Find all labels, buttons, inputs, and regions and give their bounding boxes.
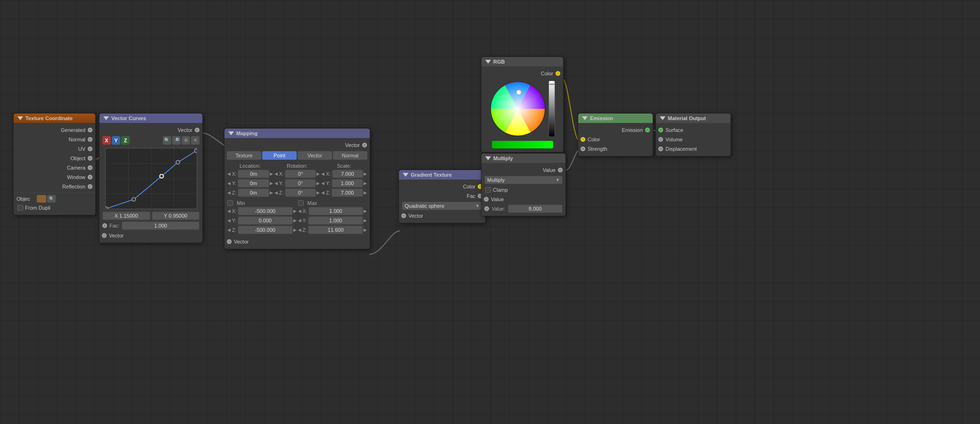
- multiply-value-out-row: Value: [482, 165, 565, 175]
- texture-coordinate-header[interactable]: Texture Coordinate: [14, 114, 95, 123]
- socket-object-out[interactable]: [88, 156, 92, 161]
- displacement-in-row: Displacement: [656, 144, 731, 154]
- material-output-header[interactable]: Material Output: [656, 114, 731, 123]
- vector-in-socket[interactable]: [102, 223, 107, 228]
- rgb-header[interactable]: RGB: [482, 57, 563, 66]
- zoom-icon[interactable]: 🔍: [163, 136, 171, 145]
- max-x-value[interactable]: 1.000: [308, 207, 363, 215]
- socket-uv-out[interactable]: [88, 147, 92, 151]
- fac-value[interactable]: 1.000: [122, 221, 199, 230]
- x-scale-value[interactable]: 7.000: [332, 170, 363, 178]
- z-scale-value[interactable]: 7.000: [332, 188, 363, 197]
- gradient-vector-in-row: Vector: [399, 211, 485, 220]
- min-y-value[interactable]: 0.000: [238, 216, 293, 225]
- y-rot-value[interactable]: 0°: [285, 179, 316, 188]
- texture-coordinate-body: Generated Normal UV Object Camera Window…: [14, 123, 95, 215]
- x-rot-group: ◀ X: 0° ▶: [274, 170, 320, 178]
- socket-normal-out[interactable]: [88, 137, 92, 142]
- min-checkbox[interactable]: [227, 200, 233, 206]
- max-z-value[interactable]: 11.600: [308, 226, 363, 234]
- rgb-node: RGB Color: [481, 57, 564, 153]
- socket-reflection-out[interactable]: [88, 184, 92, 189]
- y-scale-value[interactable]: 1.000: [332, 179, 363, 188]
- x-rot-value[interactable]: 0°: [285, 170, 316, 178]
- vector-bottom-socket[interactable]: [102, 233, 107, 238]
- tab-normal[interactable]: Normal: [333, 151, 367, 160]
- gradient-vector-in-socket[interactable]: [401, 213, 406, 218]
- min-x-value[interactable]: -500.000: [238, 207, 292, 215]
- color-bar[interactable]: [492, 141, 553, 148]
- from-dupli-checkbox[interactable]: [17, 205, 23, 211]
- vector-curves-node: Vector Curves Vector X Y Z 🔍 🔎 ⚙ ✕: [99, 113, 203, 243]
- emission-out-socket[interactable]: [645, 128, 650, 132]
- multiply-val2-socket[interactable]: [484, 206, 489, 211]
- gradient-texture-node: Gradient Texture Color Fac Quadratic sph…: [399, 170, 486, 223]
- emission-header[interactable]: Emission: [578, 114, 653, 123]
- emission-node: Emission Emission Color Strength: [578, 113, 653, 156]
- curve-graph[interactable]: [105, 148, 197, 209]
- min-group: Min: [227, 200, 297, 206]
- gradient-type-dropdown[interactable]: Quadratic sphere ▼: [402, 202, 482, 210]
- socket-window-out[interactable]: [88, 175, 92, 179]
- mapping-body: Vector Texture Point Vector Normal Locat…: [224, 138, 370, 249]
- svg-point-9: [176, 161, 180, 164]
- min-z-value[interactable]: -500.000: [238, 226, 293, 234]
- zoom-in-icon[interactable]: 🔎: [172, 136, 181, 145]
- socket-camera-out[interactable]: [88, 165, 92, 170]
- y-loc-group: ◀ Y: 0m ▶: [227, 179, 273, 188]
- socket-generated-out[interactable]: [88, 128, 92, 132]
- emission-color-in-socket[interactable]: [581, 137, 585, 142]
- object-icon: [37, 195, 46, 203]
- multiply-value-out-socket[interactable]: [558, 168, 563, 172]
- x-loc-group: ◀ X: 0m ▶: [227, 170, 273, 178]
- max-y-value[interactable]: 1.000: [308, 216, 363, 225]
- clamp-checkbox[interactable]: [485, 187, 491, 193]
- color-wheel[interactable]: [490, 81, 546, 137]
- tab-texture[interactable]: Texture: [227, 151, 261, 160]
- x-loc-value[interactable]: 0m: [238, 170, 269, 178]
- dropdown-arrow: ▼: [475, 204, 480, 208]
- multiply-val1-socket[interactable]: [484, 197, 489, 202]
- brightness-slider[interactable]: [548, 81, 555, 137]
- y-loc-value[interactable]: 0m: [238, 179, 269, 188]
- surface-in-socket[interactable]: [658, 128, 663, 132]
- multiply-value-display[interactable]: 8.000: [508, 204, 563, 213]
- mapping-header[interactable]: Mapping: [224, 129, 370, 138]
- multiply-header[interactable]: Multiply: [482, 154, 565, 163]
- emission-strength-in-socket[interactable]: [581, 147, 585, 151]
- displacement-in-socket[interactable]: [658, 147, 663, 151]
- tab-point[interactable]: Point: [262, 151, 297, 160]
- rgb-color-out-socket[interactable]: [556, 71, 560, 76]
- x-button[interactable]: X: [102, 136, 111, 145]
- z-rot-value[interactable]: 0°: [285, 188, 316, 197]
- gradient-type-value: Quadratic sphere: [405, 203, 444, 209]
- object-picker[interactable]: 🔍: [37, 195, 92, 203]
- location-label: Location:: [227, 163, 273, 169]
- tab-vector[interactable]: Vector: [298, 151, 332, 160]
- multiply-type-dropdown[interactable]: Multiply ▼: [484, 176, 563, 184]
- socket-object: Object: [14, 154, 95, 163]
- min-max-z-row: ◀ Z: -500.000 ▶ ◀ Z: 11.600 ▶: [224, 225, 370, 235]
- material-output-body: Surface Volume Displacement: [656, 123, 731, 156]
- mapping-vector-out-socket[interactable]: [362, 143, 367, 147]
- close-icon[interactable]: ✕: [191, 136, 199, 145]
- gradient-texture-header[interactable]: Gradient Texture: [399, 170, 485, 179]
- vector-out-socket[interactable]: [195, 128, 199, 132]
- vector-curves-header[interactable]: Vector Curves: [100, 114, 202, 123]
- eyedropper-icon[interactable]: 🔍: [47, 195, 56, 203]
- emission-out-row: Emission: [578, 125, 653, 135]
- emission-body: Emission Color Strength: [578, 123, 653, 156]
- z-button[interactable]: Z: [121, 136, 130, 145]
- x-value[interactable]: X 1.15000: [102, 212, 150, 220]
- y-value[interactable]: Y 0.95000: [152, 212, 200, 220]
- z-loc-value[interactable]: 0m: [238, 188, 269, 197]
- max-checkbox[interactable]: [298, 200, 304, 206]
- mapping-vector-in-socket[interactable]: [227, 239, 232, 244]
- settings-icon[interactable]: ⚙: [182, 136, 190, 145]
- volume-in-socket[interactable]: [658, 137, 663, 142]
- z-loc-group: ◀ Z: 0m ▶: [227, 188, 273, 197]
- y-button[interactable]: Y: [112, 136, 120, 145]
- from-dupli-row: From Dupli: [14, 203, 95, 212]
- socket-camera: Camera: [14, 163, 95, 172]
- emission-color-in-row: Color: [578, 135, 653, 144]
